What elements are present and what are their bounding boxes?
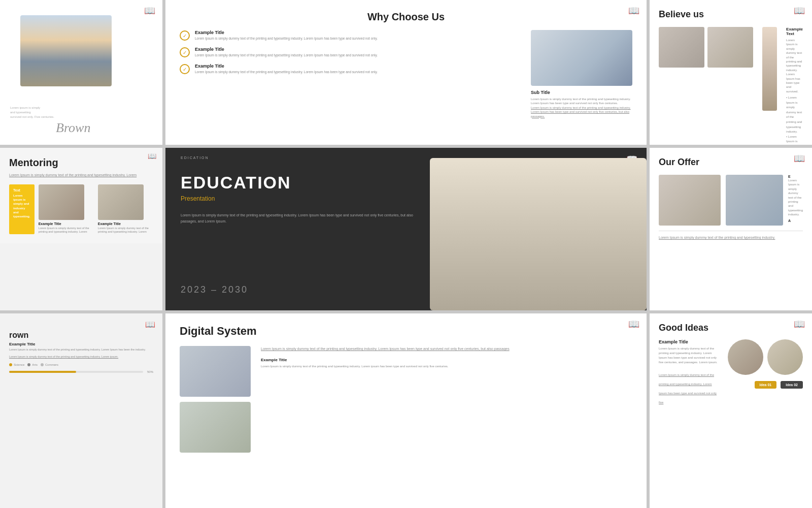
item-text: Lorem Ipsum is simply dummy text of the … [195, 53, 378, 57]
divider [659, 231, 803, 231]
photo-woman [762, 27, 777, 111]
year-range: 2023 – 2030 [181, 284, 415, 295]
card-body: Lorem Ipsum is simply dummy text of the … [39, 227, 94, 234]
book-icon: 📖 [794, 5, 805, 16]
example-title: Example Text [786, 27, 803, 36]
card-text: Lorem ipsum is simply and industry and t… [13, 194, 30, 219]
check-icon [180, 47, 190, 57]
bullet-item: • Lorem Ipsum is simply dummy text of th… [786, 96, 803, 135]
slide-why-choose-us: 📖 Why Choose Us Example Title Lorem Ipsu… [165, 0, 647, 145]
subtitle: Presentation [181, 195, 415, 202]
book-icon: 📖 [148, 152, 156, 160]
link-text: Lorem Ipsum is simply dummy text of the … [9, 355, 153, 359]
list-item: Example Title Lorem Ipsum is simply dumm… [180, 47, 521, 57]
small-title: E [788, 175, 803, 178]
book-icon: 📖 [628, 5, 639, 16]
slide-title: Digital System [180, 325, 632, 338]
photo-meeting [659, 27, 704, 68]
body-text: Lorem Ipsum is simply dummy text of the … [786, 38, 803, 93]
list-item: Example Title Lorem Ipsum is simply dumm… [180, 30, 521, 41]
slide-education: EDICATION 📖 EDUCATION Presentation Lorem… [165, 148, 647, 310]
slide-believe-us: 📖 Believe us Example Text Lorem Ipsum is… [650, 0, 812, 145]
slide-title: rown [9, 331, 153, 340]
slide-title: Mentoring [9, 157, 153, 169]
card-title: Example Title [98, 222, 153, 226]
body-text: Lorem Ipsum is simply dummy text of the … [181, 212, 415, 224]
card-1: Example Title Lorem Ipsum is simply dumm… [39, 184, 94, 234]
body-text: Lorem Ipsum is simply dummy text of the … [659, 346, 721, 365]
signature: Brown [56, 120, 90, 136]
link-text: Lorem Ipsum is simply dummy text of the … [261, 346, 632, 352]
card-label: Text [13, 188, 30, 192]
slide-title: Why Choose Us [180, 11, 632, 23]
badge-idea2: Idea 02 [781, 381, 803, 389]
dot-indicators: Science Arts Commers [9, 363, 153, 366]
item-text: Lorem Ipsum is simply dummy text of the … [195, 70, 378, 74]
yellow-card: Text Lorem ipsum is simply and industry … [9, 184, 35, 234]
book-icon: 📖 [794, 319, 805, 330]
circles-row [728, 339, 803, 375]
book-icon: 📖 [144, 5, 155, 16]
slide-mentoring: 📖 Mentoring Lorem Ipsum is simply dummy … [0, 148, 162, 310]
slide-title: Good Ideas [659, 323, 803, 333]
book-icon: 📖 [794, 153, 805, 164]
body-text: Lorem Ipsum is simply dummy text of the … [261, 364, 632, 369]
book-icon: 📖 [628, 319, 639, 330]
example-title: Example Title [261, 358, 632, 362]
main-title: EDUCATION [181, 173, 415, 192]
photo-camera [180, 346, 251, 397]
body-text: Lorem Ipsum is simply dummy text of the … [9, 347, 153, 352]
bullet-item: • Lorem Ipsum is simply dummy text of th… [786, 135, 803, 145]
caption-text: Lorem ipsum is simplyand typesettingsurv… [10, 106, 54, 119]
education-photo [430, 158, 647, 310]
item-title: Example Title [195, 47, 378, 52]
woman-photo [20, 15, 112, 86]
circle-photo-woman [767, 339, 803, 375]
item-text: Lorem Ipsum is simply dummy text of the … [195, 36, 378, 41]
photo-notebooks [726, 175, 783, 226]
example-title: Example Title [659, 339, 721, 344]
card-2: Example Title Lorem Ipsum is simply dumm… [98, 184, 153, 234]
check-icon [180, 64, 190, 74]
slide-title: Our Offer [659, 157, 803, 168]
item-title: Example Title [195, 64, 378, 69]
list-item: Example Title Lorem Ipsum is simply dumm… [180, 64, 521, 74]
link-text: Lorem Ipsum is simply dummy text of the … [659, 373, 717, 404]
slide-digital-system: 📖 Digital System Lorem Ipsum is simply d… [165, 313, 647, 508]
photo-laptop [180, 402, 251, 453]
link-text: Lorem Ipsum is simply dummy text of the … [9, 173, 153, 178]
subtitle: Sub Title [531, 90, 632, 95]
link-text: Lorem Ipsum is simply dummy text of the … [659, 235, 803, 241]
slide-title: Believe us [659, 9, 803, 20]
example-title: Example Title [9, 342, 153, 346]
link-text: Lorem Ipsum is simply dummy text of the … [531, 106, 632, 118]
edication-label: EDICATION [181, 156, 209, 160]
badges-row: Idea 01 Idea 02 [755, 381, 803, 389]
slide-brown-bottom: 📖 rown Example Title Lorem Ipsum is simp… [0, 313, 162, 508]
small-text: Lorem Ipsum is simply dummy text of the … [788, 178, 803, 217]
small-title2: A [788, 219, 803, 223]
card-body: Lorem Ipsum is simply dummy text of the … [98, 227, 153, 234]
check-icon [180, 30, 190, 41]
body-text: Lorem Ipsum is simply dummy text of the … [531, 97, 632, 106]
book-icon: 📖 [145, 320, 155, 329]
circle-photo-books [728, 339, 763, 375]
card-title: Example Title [39, 222, 94, 226]
slide-our-offer: 📖 Our Offer E Lorem Ipsum is simply dumm… [650, 148, 812, 310]
slide-good-ideas: 📖 Good Ideas Example Title Lorem Ipsum i… [650, 313, 812, 508]
badge-idea1: Idea 01 [755, 381, 777, 389]
slide-brown: 📖 Lorem ipsum is simplyand typesettingsu… [0, 0, 162, 145]
progress-section: 50% [9, 370, 153, 373]
photo-laptop [707, 27, 753, 68]
photo-hands [531, 30, 632, 86]
photo-books-stack [659, 175, 721, 226]
item-title: Example Title [195, 30, 378, 35]
progress-value: 50% [147, 370, 153, 373]
